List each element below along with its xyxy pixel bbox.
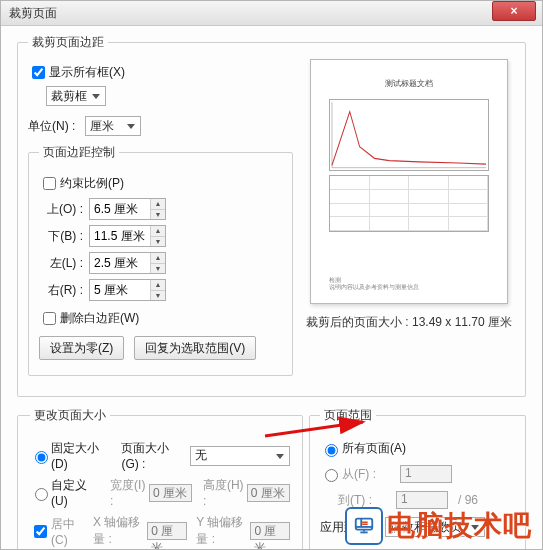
constrain-checkbox[interactable] — [43, 177, 56, 190]
crop-margin-legend: 裁剪页面边距 — [28, 34, 108, 51]
constrain-row: 约束比例(P) — [39, 174, 282, 193]
show-all-boxes-label: 显示所有框(X) — [49, 64, 125, 81]
box-type-combo[interactable]: 裁剪框 — [46, 86, 106, 106]
y-offset-input[interactable]: 0 厘米 — [250, 522, 290, 540]
all-pages-radio[interactable] — [325, 444, 338, 457]
svg-rect-5 — [360, 532, 367, 534]
margin-buttons-row: 设置为零(Z) 回复为选取范围(V) — [39, 336, 282, 360]
svg-rect-6 — [363, 530, 365, 532]
remove-white-row: 删除白边距(W) — [39, 309, 282, 328]
y-offset-label: Y 轴偏移量 : — [196, 514, 248, 548]
margin-left-row: 左(L) : ▲▼ — [39, 252, 282, 274]
margin-controls-group: 页面边距控制 约束比例(P) 上(O) : ▲▼ — [28, 144, 293, 376]
center-offset-row: 居中(C) X 轴偏移量 : 0 厘米 Y 轴偏移量 : 0 厘米 — [30, 514, 290, 548]
fixed-size-row: 固定大小(D) 页面大小(G) : 无 — [30, 440, 290, 471]
box-type-value: 裁剪框 — [51, 88, 87, 105]
fixed-size-radio[interactable] — [35, 451, 48, 464]
preview-footer-line2: 说明内容以及参考资料与测量信息 — [329, 284, 489, 291]
margin-bottom-spin-buttons[interactable]: ▲▼ — [150, 226, 165, 246]
margin-right-row: 右(R) : ▲▼ — [39, 279, 282, 301]
reset-zero-label: 设置为零(Z) — [50, 340, 113, 357]
margin-left-spin-buttons[interactable]: ▲▼ — [150, 253, 165, 273]
footer-brand: 电脑技术吧 — [345, 507, 532, 545]
height-input[interactable]: 0 厘米 — [247, 484, 290, 502]
unit-row: 单位(N) : 厘米 — [28, 116, 293, 136]
titlebar: 裁剪页面 × — [1, 1, 542, 26]
change-size-legend: 更改页面大小 — [30, 407, 110, 424]
from-page-row: 从(F) : 1 — [320, 465, 515, 483]
margin-right-spinner[interactable]: ▲▼ — [89, 279, 166, 301]
custom-size-row: 自定义(U) 宽度(I) : 0 厘米 高度(H) : 0 厘米 — [30, 477, 290, 508]
width-input[interactable]: 0 厘米 — [149, 484, 192, 502]
page-size-combo[interactable]: 无 — [190, 446, 290, 466]
margin-top-spinner[interactable]: ▲▼ — [89, 198, 166, 220]
width-label: 宽度(I) : — [110, 477, 147, 508]
dialog-content: 裁剪页面边距 显示所有框(X) 裁剪框 单位(N) : — [1, 26, 542, 550]
center-checkbox[interactable] — [34, 525, 47, 538]
close-button[interactable]: × — [492, 1, 536, 21]
margin-top-row: 上(O) : ▲▼ — [39, 198, 282, 220]
preview-table-placeholder — [329, 175, 489, 232]
margin-controls-legend: 页面边距控制 — [39, 144, 119, 161]
margin-top-input[interactable] — [90, 199, 150, 219]
margin-left-spinner[interactable]: ▲▼ — [89, 252, 166, 274]
crop-two-column-wrap: 显示所有框(X) 裁剪框 单位(N) : 厘米 — [28, 59, 515, 386]
remove-white-label: 删除白边距(W) — [60, 310, 139, 327]
page-preview: 测试标题文档 — [310, 59, 508, 304]
margin-right-spin-buttons[interactable]: ▲▼ — [150, 280, 165, 300]
margin-bottom-row: 下(B) : ▲▼ — [39, 225, 282, 247]
margin-bottom-spinner[interactable]: ▲▼ — [89, 225, 166, 247]
all-pages-label: 所有页面(A) — [342, 440, 406, 457]
box-type-row: 裁剪框 — [46, 86, 293, 106]
page-range-legend: 页面范围 — [320, 407, 376, 424]
from-page-label: 从(F) : — [342, 466, 376, 483]
unit-label: 单位(N) : — [28, 118, 75, 135]
revert-selection-label: 回复为选取范围(V) — [145, 340, 245, 357]
brand-text: 电脑技术吧 — [387, 507, 532, 545]
preview-pane: 测试标题文档 — [293, 59, 515, 386]
revert-selection-button[interactable]: 回复为选取范围(V) — [134, 336, 256, 360]
custom-size-radio[interactable] — [35, 488, 48, 501]
to-page-label: 到(T) : — [338, 492, 372, 509]
brand-logo-icon — [345, 507, 383, 545]
x-offset-label: X 轴偏移量 : — [93, 514, 145, 548]
preview-footer-text: 检测 说明内容以及参考资料与测量信息 — [329, 277, 489, 291]
total-pages-label: / 96 — [458, 493, 478, 507]
margin-left-input[interactable] — [90, 253, 150, 273]
custom-size-label: 自定义(U) — [51, 477, 97, 508]
center-label: 居中(C) — [51, 516, 83, 547]
fixed-size-label: 固定大小(D) — [51, 440, 107, 471]
reset-zero-button[interactable]: 设置为零(Z) — [39, 336, 124, 360]
window-title: 裁剪页面 — [9, 5, 492, 22]
margin-bottom-input[interactable] — [90, 226, 150, 246]
from-page-input[interactable]: 1 — [400, 465, 452, 483]
margin-bottom-label: 下(B) : — [39, 228, 83, 245]
margin-top-spin-buttons[interactable]: ▲▼ — [150, 199, 165, 219]
unit-value: 厘米 — [90, 118, 114, 135]
preview-footer-line1: 检测 — [329, 277, 489, 284]
height-label: 高度(H) : — [203, 477, 245, 508]
svg-rect-0 — [330, 100, 488, 170]
from-page-radio[interactable] — [325, 469, 338, 482]
margin-right-input[interactable] — [90, 280, 150, 300]
x-offset-input[interactable]: 0 厘米 — [147, 522, 187, 540]
margin-top-label: 上(O) : — [39, 201, 83, 218]
preview-chart-placeholder — [329, 99, 489, 171]
constrain-label: 约束比例(P) — [60, 175, 124, 192]
page-size-label: 页面大小(G) : — [121, 440, 184, 471]
crop-left-pane: 显示所有框(X) 裁剪框 单位(N) : 厘米 — [28, 59, 293, 386]
page-size-value: 无 — [195, 447, 207, 464]
close-icon: × — [510, 4, 517, 18]
crop-margin-group: 裁剪页面边距 显示所有框(X) 裁剪框 单位(N) : — [17, 34, 526, 397]
crop-pages-dialog: 裁剪页面 × 裁剪页面边距 显示所有框(X) 裁剪框 — [0, 0, 543, 550]
show-all-boxes-checkbox[interactable] — [32, 66, 45, 79]
remove-white-checkbox[interactable] — [43, 312, 56, 325]
unit-combo[interactable]: 厘米 — [85, 116, 141, 136]
margin-right-label: 右(R) : — [39, 282, 83, 299]
all-pages-row: 所有页面(A) — [320, 440, 515, 457]
show-all-boxes-row: 显示所有框(X) — [28, 63, 293, 82]
margin-left-label: 左(L) : — [39, 255, 83, 272]
preview-doc-title: 测试标题文档 — [329, 78, 489, 89]
change-size-group: 更改页面大小 固定大小(D) 页面大小(G) : 无 自定义(U) 宽度(I) … — [17, 407, 303, 550]
preview-caption: 裁剪后的页面大小 : 13.49 x 11.70 厘米 — [303, 314, 515, 331]
